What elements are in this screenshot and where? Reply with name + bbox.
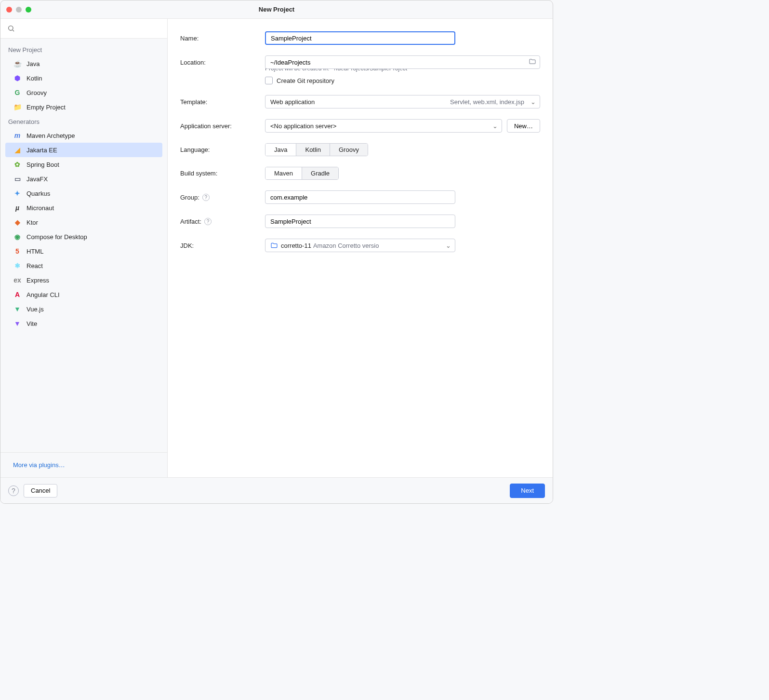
group-label: Group: ? (180, 194, 265, 201)
sidebar-item-label: JavaFX (27, 175, 48, 183)
language-segmented: JavaKotlinGroovy (265, 143, 368, 156)
sidebar-item-react[interactable]: ⚛React (5, 258, 162, 273)
jdk-folder-icon (270, 242, 278, 249)
chevron-down-icon: ⌄ (446, 242, 451, 249)
template-label: Template: (180, 98, 265, 106)
jakarta-icon: ◢ (13, 146, 22, 154)
git-checkbox[interactable] (265, 77, 273, 84)
sidebar-item-label: Angular CLI (27, 291, 60, 298)
name-input[interactable] (265, 31, 455, 45)
sidebar: New Project☕Java⬢KotlinGGroovy📁Empty Pro… (0, 19, 168, 477)
search-icon (7, 25, 15, 32)
quarkus-icon: ✦ (13, 189, 22, 198)
location-label: Location: (180, 59, 265, 66)
section-label: Generators (0, 114, 167, 128)
sidebar-item-express[interactable]: exExpress (5, 273, 162, 287)
appserver-select[interactable]: <No application server> ⌄ (265, 119, 502, 133)
jdk-select[interactable]: corretto-11 Amazon Corretto versio ⌄ (265, 239, 455, 252)
sidebar-item-label: Ktor (27, 219, 38, 226)
next-button[interactable]: Next (510, 484, 545, 498)
build-option-gradle[interactable]: Gradle (302, 167, 338, 179)
sidebar-item-kotlin[interactable]: ⬢Kotlin (5, 71, 162, 85)
help-icon[interactable]: ? (202, 194, 210, 201)
build-segmented: MavenGradle (265, 167, 339, 180)
sidebar-item-empty-project[interactable]: 📁Empty Project (5, 100, 162, 114)
appserver-value: <No application server> (270, 122, 336, 130)
help-icon[interactable]: ? (204, 218, 212, 225)
jdk-value: corretto-11 (281, 242, 311, 249)
vue-icon: ▼ (13, 305, 22, 313)
cancel-button[interactable]: Cancel (24, 484, 57, 498)
window-maximize-button[interactable] (26, 7, 31, 13)
sidebar-item-compose-for-desktop[interactable]: ◉Compose for Desktop (5, 229, 162, 244)
sidebar-item-quarkus[interactable]: ✦Quarkus (5, 186, 162, 201)
java-icon: ☕ (13, 59, 22, 68)
chevron-down-icon: ⌄ (530, 98, 536, 106)
language-label: Language: (180, 146, 265, 153)
sidebar-item-label: Empty Project (27, 104, 66, 111)
sidebar-item-micronaut[interactable]: µMicronaut (5, 201, 162, 215)
location-input[interactable] (265, 55, 540, 69)
template-value: Web application (270, 98, 315, 106)
sidebar-item-java[interactable]: ☕Java (5, 56, 162, 71)
window-title: New Project (0, 6, 553, 13)
express-icon: ex (13, 276, 22, 284)
group-input[interactable] (265, 190, 455, 204)
compose-icon: ◉ (13, 232, 22, 241)
chevron-down-icon: ⌄ (492, 122, 498, 130)
maven-icon: m (13, 131, 22, 140)
sidebar-item-vite[interactable]: ▼Vite (5, 316, 162, 331)
svg-line-1 (13, 30, 14, 31)
name-label: Name: (180, 35, 265, 42)
sidebar-item-label: Compose for Desktop (27, 233, 87, 241)
search-box[interactable] (0, 19, 167, 39)
angular-icon: A (13, 290, 22, 299)
sidebar-item-javafx[interactable]: ▭JavaFX (5, 172, 162, 186)
sidebar-item-label: Express (27, 277, 49, 284)
sidebar-item-vue-js[interactable]: ▼Vue.js (5, 302, 162, 316)
sidebar-item-label: Jakarta EE (27, 147, 57, 154)
svg-point-0 (9, 26, 13, 30)
sidebar-item-angular-cli[interactable]: AAngular CLI (5, 287, 162, 302)
appserver-label: Application server: (180, 122, 265, 130)
main-form: Name: Location: Project will be created … (168, 19, 553, 477)
spring-icon: ✿ (13, 160, 22, 169)
artifact-input[interactable] (265, 215, 455, 228)
more-plugins-link[interactable]: More via plugins… (13, 461, 65, 469)
html5-icon: 5 (13, 247, 22, 256)
appserver-new-button[interactable]: New… (507, 119, 540, 133)
browse-folder-icon[interactable] (529, 58, 536, 67)
react-icon: ⚛ (13, 261, 22, 270)
sidebar-item-label: Quarkus (27, 190, 50, 197)
window-close-button[interactable] (6, 7, 12, 13)
footer: ? Cancel Next (0, 477, 553, 503)
sidebar-item-label: Vue.js (27, 306, 44, 313)
language-option-java[interactable]: Java (265, 144, 296, 156)
ktor-icon: ◆ (13, 218, 22, 227)
template-select[interactable]: Web application Servlet, web.xml, index.… (265, 95, 540, 108)
sidebar-item-ktor[interactable]: ◆Ktor (5, 215, 162, 229)
language-option-kotlin[interactable]: Kotlin (296, 144, 330, 156)
groovy-icon: G (13, 88, 22, 97)
javafx-icon: ▭ (13, 175, 22, 183)
sidebar-item-html[interactable]: 5HTML (5, 244, 162, 258)
git-label: Create Git repository (277, 77, 334, 84)
window-minimize-button[interactable] (16, 7, 22, 13)
sidebar-item-groovy[interactable]: GGroovy (5, 85, 162, 100)
language-option-groovy[interactable]: Groovy (330, 144, 368, 156)
jdk-label: JDK: (180, 242, 265, 249)
build-option-maven[interactable]: Maven (265, 167, 302, 179)
template-secondary: Servlet, web.xml, index.jsp (450, 98, 524, 106)
sidebar-item-jakarta-ee[interactable]: ◢Jakarta EE (5, 143, 162, 157)
sidebar-item-spring-boot[interactable]: ✿Spring Boot (5, 157, 162, 172)
jdk-secondary: Amazon Corretto versio (313, 242, 379, 249)
sidebar-item-label: Kotlin (27, 75, 42, 82)
sidebar-item-label: React (27, 262, 43, 269)
sidebar-item-maven-archetype[interactable]: mMaven Archetype (5, 128, 162, 143)
search-input[interactable] (19, 25, 160, 32)
sidebar-item-label: Maven Archetype (27, 132, 75, 139)
build-label: Build system: (180, 170, 265, 177)
section-label: New Project (0, 42, 167, 56)
help-button[interactable]: ? (8, 485, 19, 496)
kotlin-icon: ⬢ (13, 74, 22, 82)
